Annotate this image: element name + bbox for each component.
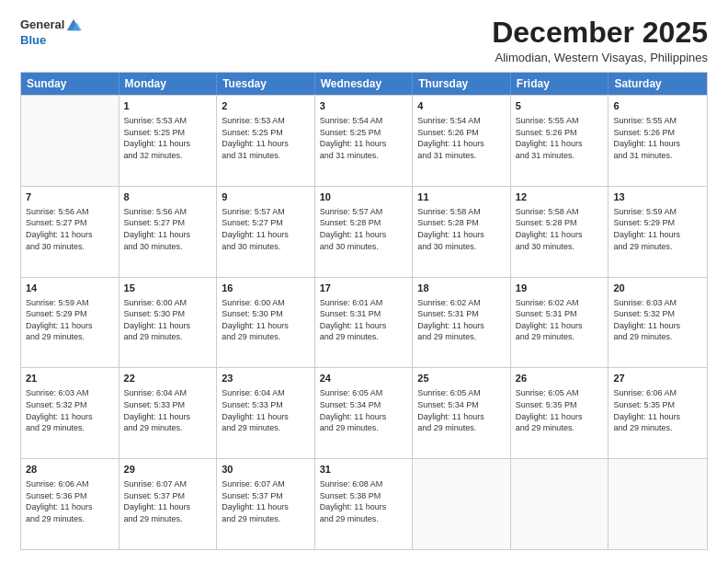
day-number: 15 [124, 282, 212, 295]
page: General Blue December 2025 Alimodian, We… [0, 0, 728, 563]
calendar-cell: 26Sunrise: 6:05 AM Sunset: 5:35 PM Dayli… [511, 368, 609, 458]
day-number: 14 [26, 282, 114, 295]
calendar-cell: 31Sunrise: 6:08 AM Sunset: 5:38 PM Dayli… [315, 459, 414, 549]
cell-info: Sunrise: 5:59 AM Sunset: 5:29 PM Dayligh… [26, 297, 114, 343]
day-number: 27 [613, 372, 702, 385]
day-number: 22 [124, 372, 212, 385]
day-number: 10 [320, 190, 408, 204]
cell-info: Sunrise: 6:02 AM Sunset: 5:31 PM Dayligh… [417, 297, 506, 343]
day-number: 25 [417, 372, 506, 385]
calendar-cell: 21Sunrise: 6:03 AM Sunset: 5:32 PM Dayli… [21, 368, 119, 458]
day-number: 8 [124, 190, 212, 204]
calendar-header-cell: Thursday [413, 73, 511, 95]
day-number: 7 [26, 190, 114, 204]
day-number: 18 [417, 282, 506, 295]
cell-info: Sunrise: 6:00 AM Sunset: 5:30 PM Dayligh… [222, 297, 310, 343]
day-number: 21 [26, 372, 114, 385]
main-title: December 2025 [492, 17, 708, 49]
cell-info: Sunrise: 6:06 AM Sunset: 5:36 PM Dayligh… [26, 478, 114, 524]
day-number: 19 [516, 282, 604, 295]
cell-info: Sunrise: 6:06 AM Sunset: 5:35 PM Dayligh… [613, 387, 702, 433]
calendar-cell: 22Sunrise: 6:04 AM Sunset: 5:33 PM Dayli… [119, 368, 218, 458]
subtitle: Alimodian, Western Visayas, Philippines [492, 51, 708, 64]
cell-info: Sunrise: 5:53 AM Sunset: 5:25 PM Dayligh… [124, 115, 212, 161]
day-number: 30 [222, 463, 310, 477]
cell-info: Sunrise: 5:58 AM Sunset: 5:28 PM Dayligh… [417, 206, 506, 252]
day-number: 24 [320, 372, 408, 385]
day-number: 26 [516, 372, 604, 385]
calendar-cell: 19Sunrise: 6:02 AM Sunset: 5:31 PM Dayli… [511, 278, 609, 368]
day-number: 1 [124, 99, 212, 113]
day-number: 3 [320, 99, 408, 113]
cell-info: Sunrise: 5:55 AM Sunset: 5:26 PM Dayligh… [613, 115, 702, 161]
calendar-header-cell: Saturday [609, 73, 707, 95]
calendar-week: 7Sunrise: 5:56 AM Sunset: 5:27 PM Daylig… [21, 186, 707, 277]
calendar-week: 28Sunrise: 6:06 AM Sunset: 5:36 PM Dayli… [21, 458, 707, 549]
cell-info: Sunrise: 6:07 AM Sunset: 5:37 PM Dayligh… [124, 478, 212, 524]
title-block: December 2025 Alimodian, Western Visayas… [492, 17, 708, 64]
calendar-cell: 8Sunrise: 5:56 AM Sunset: 5:27 PM Daylig… [119, 187, 218, 277]
calendar-body: 1Sunrise: 5:53 AM Sunset: 5:25 PM Daylig… [21, 95, 707, 549]
calendar-cell [21, 96, 119, 186]
cell-info: Sunrise: 5:56 AM Sunset: 5:27 PM Dayligh… [124, 206, 212, 252]
cell-info: Sunrise: 5:54 AM Sunset: 5:26 PM Dayligh… [417, 115, 506, 161]
calendar-cell: 15Sunrise: 6:00 AM Sunset: 5:30 PM Dayli… [119, 278, 218, 368]
calendar-header: SundayMondayTuesdayWednesdayThursdayFrid… [21, 73, 707, 95]
calendar-cell: 24Sunrise: 6:05 AM Sunset: 5:34 PM Dayli… [315, 368, 414, 458]
calendar-cell: 13Sunrise: 5:59 AM Sunset: 5:29 PM Dayli… [609, 187, 707, 277]
calendar: SundayMondayTuesdayWednesdayThursdayFrid… [20, 72, 708, 550]
calendar-cell: 4Sunrise: 5:54 AM Sunset: 5:26 PM Daylig… [413, 96, 511, 186]
day-number: 17 [320, 282, 408, 295]
cell-info: Sunrise: 6:02 AM Sunset: 5:31 PM Dayligh… [516, 297, 604, 343]
calendar-header-cell: Friday [511, 73, 609, 95]
day-number: 20 [613, 282, 702, 295]
calendar-cell: 14Sunrise: 5:59 AM Sunset: 5:29 PM Dayli… [21, 278, 119, 368]
cell-info: Sunrise: 6:03 AM Sunset: 5:32 PM Dayligh… [26, 387, 114, 433]
day-number: 31 [320, 463, 408, 477]
day-number: 16 [222, 282, 310, 295]
calendar-cell: 10Sunrise: 5:57 AM Sunset: 5:28 PM Dayli… [315, 187, 414, 277]
calendar-cell: 2Sunrise: 5:53 AM Sunset: 5:25 PM Daylig… [217, 96, 315, 186]
day-number: 12 [516, 190, 604, 204]
cell-info: Sunrise: 5:54 AM Sunset: 5:25 PM Dayligh… [320, 115, 408, 161]
calendar-cell: 23Sunrise: 6:04 AM Sunset: 5:33 PM Dayli… [217, 368, 315, 458]
calendar-cell: 28Sunrise: 6:06 AM Sunset: 5:36 PM Dayli… [21, 459, 119, 549]
calendar-cell: 12Sunrise: 5:58 AM Sunset: 5:28 PM Dayli… [511, 187, 609, 277]
calendar-header-cell: Wednesday [315, 73, 414, 95]
cell-info: Sunrise: 5:56 AM Sunset: 5:27 PM Dayligh… [26, 206, 114, 252]
calendar-cell: 29Sunrise: 6:07 AM Sunset: 5:37 PM Dayli… [119, 459, 218, 549]
day-number: 23 [222, 372, 310, 385]
day-number: 6 [613, 99, 702, 113]
cell-info: Sunrise: 5:58 AM Sunset: 5:28 PM Dayligh… [516, 206, 604, 252]
logo-text: General [20, 17, 64, 32]
day-number: 28 [26, 463, 114, 477]
header: General Blue December 2025 Alimodian, We… [20, 17, 708, 64]
calendar-header-cell: Monday [119, 73, 218, 95]
calendar-cell: 17Sunrise: 6:01 AM Sunset: 5:31 PM Dayli… [315, 278, 414, 368]
calendar-cell: 25Sunrise: 6:05 AM Sunset: 5:34 PM Dayli… [413, 368, 511, 458]
calendar-cell: 1Sunrise: 5:53 AM Sunset: 5:25 PM Daylig… [119, 96, 218, 186]
calendar-cell: 27Sunrise: 6:06 AM Sunset: 5:35 PM Dayli… [609, 368, 707, 458]
cell-info: Sunrise: 5:59 AM Sunset: 5:29 PM Dayligh… [613, 206, 702, 252]
cell-info: Sunrise: 6:01 AM Sunset: 5:31 PM Dayligh… [320, 297, 408, 343]
calendar-cell: 11Sunrise: 5:58 AM Sunset: 5:28 PM Dayli… [413, 187, 511, 277]
logo-blue-text: Blue [20, 33, 46, 48]
calendar-cell: 3Sunrise: 5:54 AM Sunset: 5:25 PM Daylig… [315, 96, 414, 186]
cell-info: Sunrise: 5:53 AM Sunset: 5:25 PM Dayligh… [222, 115, 310, 161]
calendar-cell [511, 459, 609, 549]
cell-info: Sunrise: 6:07 AM Sunset: 5:37 PM Dayligh… [222, 478, 310, 524]
calendar-week: 14Sunrise: 5:59 AM Sunset: 5:29 PM Dayli… [21, 277, 707, 368]
calendar-header-cell: Sunday [21, 73, 119, 95]
cell-info: Sunrise: 6:00 AM Sunset: 5:30 PM Dayligh… [124, 297, 212, 343]
day-number: 2 [222, 99, 310, 113]
logo-icon [65, 17, 82, 33]
cell-info: Sunrise: 6:05 AM Sunset: 5:35 PM Dayligh… [516, 387, 604, 433]
day-number: 13 [613, 190, 702, 204]
day-number: 29 [124, 463, 212, 477]
calendar-cell [413, 459, 511, 549]
day-number: 11 [417, 190, 506, 204]
cell-info: Sunrise: 6:05 AM Sunset: 5:34 PM Dayligh… [417, 387, 506, 433]
cell-info: Sunrise: 6:05 AM Sunset: 5:34 PM Dayligh… [320, 387, 408, 433]
cell-info: Sunrise: 5:57 AM Sunset: 5:28 PM Dayligh… [320, 206, 408, 252]
calendar-week: 21Sunrise: 6:03 AM Sunset: 5:32 PM Dayli… [21, 367, 707, 458]
